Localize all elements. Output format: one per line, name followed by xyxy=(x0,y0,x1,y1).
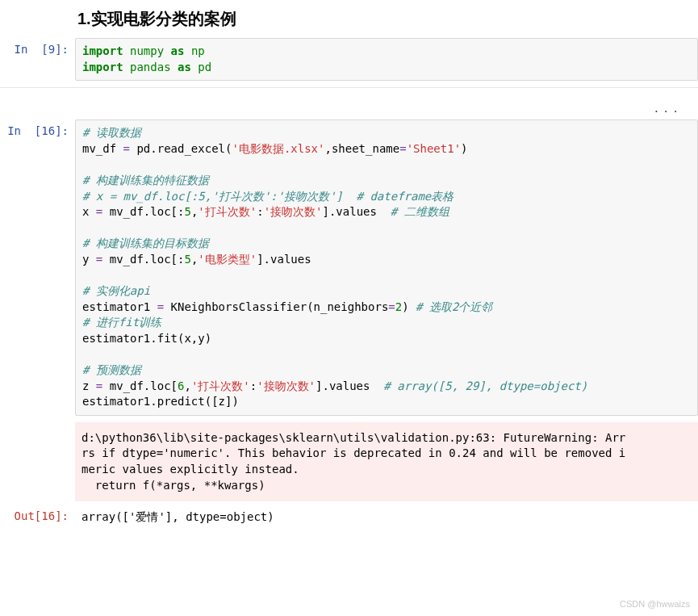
comment: # 预测数据 xyxy=(82,363,141,376)
operator: = xyxy=(399,142,406,155)
code-input[interactable]: import numpy as np import pandas as pd xyxy=(75,38,698,81)
code: ,sheet_name xyxy=(324,142,399,155)
comment: # 构建训练集的特征数据 xyxy=(82,174,209,186)
code-input[interactable]: # 读取数据 mv_df = pd.read_excel('电影数据.xlsx'… xyxy=(75,119,698,416)
string: '电影类型' xyxy=(198,253,257,266)
stderr-line: meric values explicitly instead. xyxy=(82,463,299,476)
code: mv_df.loc[: xyxy=(102,205,184,218)
number: 2 xyxy=(395,300,402,313)
module: numpy xyxy=(123,44,171,57)
keyword: import xyxy=(82,44,123,57)
output-text: array(['爱情'], dtype=object) xyxy=(75,505,698,530)
code: y xyxy=(82,253,96,266)
code: ) xyxy=(402,300,416,313)
number: 5 xyxy=(184,205,190,218)
operator: = xyxy=(388,300,395,313)
code: , xyxy=(184,379,190,392)
input-prompt: In [16]: xyxy=(0,119,75,137)
comment: # 选取2个近邻 xyxy=(416,300,492,313)
code: : xyxy=(257,205,263,218)
comment: # 实例化api xyxy=(82,284,150,297)
comment: # 读取数据 xyxy=(82,126,141,139)
divider xyxy=(0,87,698,88)
string: '电影数据.xlsx' xyxy=(232,142,324,155)
code: estimator1.fit(x,y) xyxy=(82,332,211,345)
number: 5 xyxy=(184,253,190,266)
comment: # 二维数组 xyxy=(391,205,449,218)
string: 'Sheet1' xyxy=(407,142,461,155)
keyword: import xyxy=(82,61,123,73)
code: mv_df xyxy=(82,142,123,155)
operator: = xyxy=(157,300,164,313)
code-cell-16: In [16]: # 读取数据 mv_df = pd.read_excel('电… xyxy=(0,119,698,416)
code: x xyxy=(82,205,96,218)
string: '打斗次数' xyxy=(191,379,250,392)
code-cell-9: In [9]: import numpy as np import pandas… xyxy=(0,38,698,81)
code: estimator1.predict([z]) xyxy=(82,395,239,408)
alias: pd xyxy=(191,61,211,73)
stderr-line: d:\python36\lib\site-packages\sklearn\ut… xyxy=(82,431,625,444)
comment: # 构建训练集的目标数据 xyxy=(82,237,209,249)
code: ].values xyxy=(257,253,311,266)
section-title: 1.实现电影分类的案例 xyxy=(0,0,698,38)
stderr-output: d:\python36\lib\site-packages\sklearn\ut… xyxy=(75,422,698,501)
string: '接吻次数' xyxy=(257,379,316,392)
output-cell-16: Out[16]: array(['爱情'], dtype=object) xyxy=(0,505,698,530)
keyword: as xyxy=(178,61,191,73)
code: pd.read_excel( xyxy=(130,142,232,155)
string: '打斗次数' xyxy=(198,205,257,218)
code: ) xyxy=(461,142,467,155)
input-prompt: In [9]: xyxy=(0,38,75,56)
code: ].values xyxy=(316,379,383,392)
code: mv_df.loc[ xyxy=(102,379,178,392)
operator: = xyxy=(123,142,130,155)
comment: # 进行fit训练 xyxy=(82,316,161,329)
output-prompt: Out[16]: xyxy=(0,505,75,522)
stderr-line: rs if dtype='numeric'. This behavior is … xyxy=(82,446,625,459)
string: '接吻次数' xyxy=(264,205,323,218)
stderr-line: return f(*args, **kwargs) xyxy=(82,479,265,492)
comment: # x = mv_df.loc[:5,'打斗次数':'接吻次数'] # date… xyxy=(82,190,453,203)
module: pandas xyxy=(123,61,178,73)
collapsed-indicator: ... xyxy=(0,98,698,119)
code: estimator1 xyxy=(82,300,157,313)
keyword: as xyxy=(171,44,185,57)
code: KNeighborsClassifier(n_neighbors xyxy=(164,300,388,313)
code: mv_df.loc[: xyxy=(102,253,184,266)
code: z xyxy=(82,379,96,392)
comment: # array([5, 29], dtype=object) xyxy=(383,379,587,392)
code: : xyxy=(250,379,257,392)
code: ].values xyxy=(322,205,390,218)
alias: np xyxy=(184,44,204,57)
